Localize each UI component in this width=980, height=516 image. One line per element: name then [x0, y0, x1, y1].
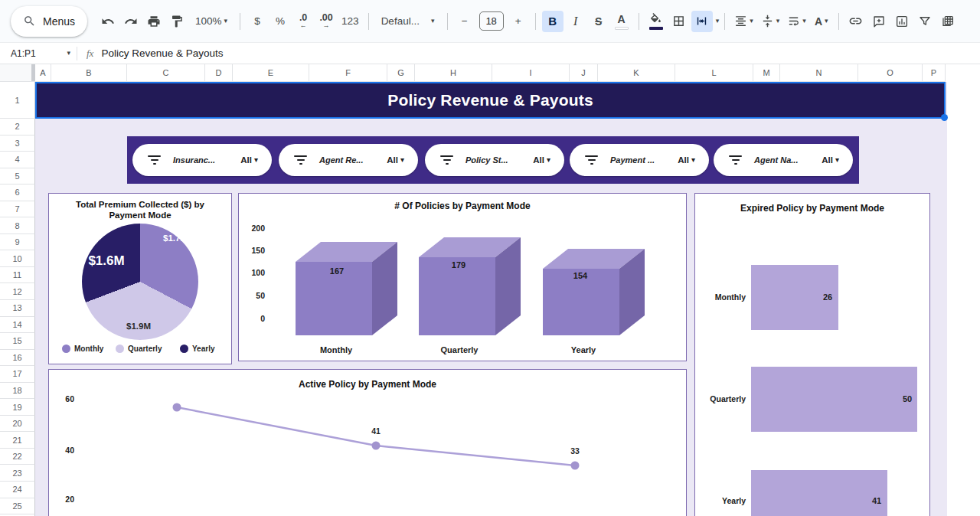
row-header-14[interactable]: 14	[0, 317, 35, 334]
chevron-down-icon[interactable]: ▾	[716, 18, 720, 24]
row-header-13[interactable]: 13	[0, 300, 35, 317]
column-header-G[interactable]: G	[387, 64, 415, 82]
column-header-F[interactable]: F	[309, 64, 387, 82]
text-rotation-button[interactable]: A▾	[811, 11, 832, 32]
redo-button[interactable]	[120, 11, 142, 32]
bold-button[interactable]: B	[542, 11, 564, 32]
chart-total-premium-pie[interactable]: Total Premium Collected ($) by Payment M…	[48, 193, 232, 364]
create-filter-icon	[918, 15, 932, 28]
vertical-align-button[interactable]: ▾	[758, 11, 783, 32]
font-select[interactable]: Defaul...▾	[375, 11, 441, 32]
font-size-input[interactable]: 18	[479, 11, 504, 31]
slicer-policy-status[interactable]: Policy St... All▾	[425, 144, 564, 176]
chevron-down-icon: ▾	[776, 18, 780, 24]
slicer-agent-region[interactable]: Agent Re... All▾	[279, 144, 418, 176]
row-header-16[interactable]: 16	[0, 350, 35, 367]
row-header-22[interactable]: 22	[0, 449, 35, 465]
row-header-25[interactable]: 25	[0, 498, 35, 515]
horizontal-align-button[interactable]: ▾	[731, 11, 756, 32]
italic-button[interactable]: I	[565, 11, 586, 32]
format-currency-button[interactable]: $	[247, 11, 268, 32]
selection-handle[interactable]	[941, 114, 948, 121]
number-format-button[interactable]: 123	[338, 11, 362, 32]
row-header-10[interactable]: 10	[0, 250, 35, 267]
sheet-canvas[interactable]: Policy Revenue & Payouts Insuranc... All…	[35, 82, 980, 516]
insert-chart-button[interactable]	[891, 11, 913, 32]
increase-font-size-button[interactable]: +	[508, 11, 529, 32]
text-color-swatch	[615, 27, 629, 30]
functions-icon	[941, 15, 955, 28]
row-header-15[interactable]: 15	[0, 333, 35, 350]
row-header-8[interactable]: 8	[0, 217, 35, 234]
select-all-corner[interactable]	[0, 64, 35, 82]
column-header-B[interactable]: B	[51, 64, 127, 82]
row-header-23[interactable]: 23	[0, 465, 35, 482]
column-header-M[interactable]: M	[753, 64, 780, 82]
slicer-value-dropdown[interactable]: All▾	[533, 155, 550, 165]
row-header-17[interactable]: 17	[0, 366, 35, 383]
row-header-4[interactable]: 4	[0, 152, 35, 168]
menus-button[interactable]: Menus	[11, 6, 87, 37]
column-header-E[interactable]: E	[233, 64, 309, 82]
slicer-payment-mode[interactable]: Payment ... All▾	[570, 144, 709, 176]
chart-expired-policy-bar[interactable]: Expired Policy by Payment Mode 26 50 41 …	[694, 193, 930, 516]
insert-comment-button[interactable]	[868, 11, 890, 32]
row-header-18[interactable]: 18	[0, 383, 35, 400]
row-header-2[interactable]: 2	[0, 119, 35, 136]
increase-decimal-button[interactable]: .00→	[315, 11, 337, 32]
print-button[interactable]	[143, 11, 165, 32]
column-header-A[interactable]: A	[35, 64, 51, 82]
row-header-20[interactable]: 20	[0, 416, 35, 433]
paint-format-icon	[170, 15, 184, 28]
chart-active-policy-line[interactable]: Active Policy by Payment Mode 60 40 20 4…	[48, 369, 687, 516]
decrease-font-size-button[interactable]: −	[454, 11, 475, 32]
borders-button[interactable]	[668, 11, 690, 32]
functions-button[interactable]	[937, 11, 959, 32]
bar-quarterly	[751, 367, 917, 432]
decrease-decimal-button[interactable]: .0←	[292, 11, 314, 32]
column-header-K[interactable]: K	[598, 64, 675, 82]
slicer-agent-name[interactable]: Agent Na... All▾	[714, 144, 853, 176]
slicer-value-dropdown[interactable]: All▾	[678, 155, 695, 165]
column-header-H[interactable]: H	[415, 64, 492, 82]
strikethrough-button[interactable]: S	[588, 11, 609, 32]
row-header-24[interactable]: 24	[0, 482, 35, 498]
text-color-button[interactable]: A	[611, 11, 632, 32]
bar3d-graphic	[239, 194, 688, 362]
fill-color-button[interactable]	[645, 11, 667, 32]
column-header-C[interactable]: C	[127, 64, 205, 82]
name-box[interactable]: A1:P1 ▾	[0, 48, 70, 59]
row-header-3[interactable]: 3	[0, 136, 35, 152]
create-filter-button[interactable]	[914, 11, 936, 32]
row-header-7[interactable]: 7	[0, 201, 35, 218]
chart-policies-3d-bar[interactable]: # Of Policies by Payment Mode 200 150 10…	[238, 193, 687, 361]
slicer-insurance[interactable]: Insuranc... All▾	[132, 144, 272, 176]
text-wrap-button[interactable]: ▾	[784, 11, 809, 32]
format-percent-button[interactable]: %	[270, 11, 291, 32]
row-header-6[interactable]: 6	[0, 185, 35, 201]
column-header-N[interactable]: N	[780, 64, 858, 82]
column-header-P[interactable]: P	[923, 64, 946, 82]
column-header-O[interactable]: O	[858, 64, 923, 82]
slicer-value-dropdown[interactable]: All▾	[822, 155, 839, 165]
column-header-D[interactable]: D	[205, 64, 233, 82]
row-header-21[interactable]: 21	[0, 432, 35, 449]
paint-format-button[interactable]	[166, 11, 188, 32]
slicer-value-dropdown[interactable]: All▾	[387, 155, 404, 165]
row-header-9[interactable]: 9	[0, 234, 35, 251]
undo-button[interactable]	[97, 11, 119, 32]
column-header-J[interactable]: J	[570, 64, 598, 82]
insert-link-button[interactable]	[845, 11, 867, 32]
merge-cells-button[interactable]	[691, 11, 713, 32]
zoom-select[interactable]: 100%▾	[189, 11, 234, 32]
column-header-L[interactable]: L	[675, 64, 753, 82]
row-header-12[interactable]: 12	[0, 283, 35, 300]
row-header-11[interactable]: 11	[0, 267, 35, 284]
formula-input[interactable]: Policy Revenue & Payouts	[101, 47, 223, 59]
row-header-1[interactable]: 1	[0, 82, 35, 119]
slicer-value-dropdown[interactable]: All▾	[240, 155, 258, 165]
dashboard-title-cell[interactable]: Policy Revenue & Payouts	[35, 82, 946, 119]
column-header-I[interactable]: I	[492, 64, 570, 82]
row-header-5[interactable]: 5	[0, 168, 35, 185]
row-header-19[interactable]: 19	[0, 399, 35, 416]
